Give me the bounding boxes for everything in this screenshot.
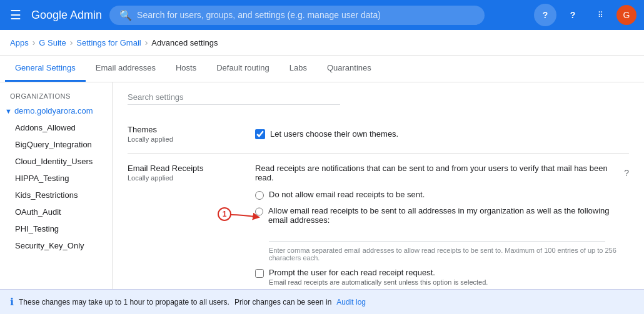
sidebar-item-oauth[interactable]: OAuth_Audit <box>0 204 112 220</box>
email-hint: Enter comma separated email addresses to… <box>269 247 629 262</box>
themes-content: Let users choose their own themes. <box>255 125 629 143</box>
bottom-bar: ℹ These changes may take up to 1 hour to… <box>0 289 644 314</box>
sidebar-root-item[interactable]: ▼ demo.goldyarora.com <box>0 102 112 119</box>
sidebar-item-kids[interactable]: Kids_Restrictions <box>0 187 112 204</box>
receipts-label-col: Email Read Receipts Locally applied <box>128 164 240 289</box>
sidebar-item-hippa[interactable]: HIPPA_Testing <box>0 170 112 187</box>
themes-checkbox-wrap: Let users choose their own themes. <box>255 129 398 139</box>
sidebar-section-label: ORGANIZATIONS <box>0 87 112 102</box>
apps-grid-icon-btn[interactable]: ⠿ <box>589 4 611 26</box>
breadcrumb-sep-1: › <box>33 37 36 47</box>
tab-general-settings[interactable]: General Settings <box>5 56 86 82</box>
receipt-label-2: Allow email read receipts to be sent to … <box>268 206 629 225</box>
sidebar-item-addons[interactable]: Addons_Allowed <box>0 119 112 136</box>
info-icon: ℹ <box>10 296 14 308</box>
email-read-receipts-row: Email Read Receipts Locally applied Read… <box>128 154 629 289</box>
tabs-bar: General Settings Email addresses Hosts D… <box>0 56 644 82</box>
breadcrumb-current: Advanced settings <box>151 38 218 47</box>
nav-logo: Google Admin <box>31 9 102 22</box>
sidebar-item-bigquery[interactable]: BigQuery_Integration <box>0 136 112 153</box>
collapse-icon: ▼ <box>5 107 12 115</box>
tab-labs[interactable]: Labs <box>279 56 317 82</box>
tab-default-routing[interactable]: Default routing <box>206 56 279 82</box>
sidebar-item-security-key[interactable]: Security_Key_Only <box>0 237 112 254</box>
nav-right: ? ? ⠿ G <box>534 4 636 26</box>
receipt-option-3: Prompt the user for each read receipt re… <box>255 268 629 286</box>
tab-hosts[interactable]: Hosts <box>166 56 206 82</box>
support-icon-btn[interactable]: ? <box>534 4 556 26</box>
breadcrumb-gsuite[interactable]: G Suite <box>39 38 66 47</box>
email-addresses-input[interactable] <box>269 227 605 242</box>
receipts-content: Read receipts are notifications that can… <box>255 164 629 289</box>
search-input[interactable] <box>137 10 475 20</box>
annotation-circle-1: 1 <box>218 207 231 221</box>
breadcrumb-gmail[interactable]: Settings for Gmail <box>76 38 141 47</box>
tab-quarantines[interactable]: Quarantines <box>317 56 381 82</box>
top-nav: ☰ Google Admin 🔍 ? ? ⠿ G <box>0 0 644 30</box>
sidebar-root-label: demo.goldyarora.com <box>14 106 93 115</box>
search-bar: 🔍 <box>109 6 485 25</box>
receipt-sublabel-3: Email read receipts are automatically se… <box>269 278 488 286</box>
receipt-label-3: Prompt the user for each read receipt re… <box>269 268 488 277</box>
avatar[interactable]: G <box>616 5 636 25</box>
breadcrumb-sep-3: › <box>145 37 148 47</box>
receipts-description: Read receipts are notifications that can… <box>255 164 620 182</box>
sidebar-item-phi[interactable]: PHI_Testing <box>0 220 112 237</box>
breadcrumb-apps[interactable]: Apps <box>10 38 29 47</box>
sidebar-item-cloud-identity[interactable]: Cloud_Identity_Users <box>0 153 112 170</box>
receipt-label-1: Do not allow email read receipts to be s… <box>269 190 425 199</box>
search-icon: 🔍 <box>119 9 132 21</box>
receipt-option-1: Do not allow email read receipts to be s… <box>255 190 629 200</box>
sidebar: ORGANIZATIONS ▼ demo.goldyarora.com Addo… <box>0 82 113 289</box>
themes-label-col: Themes Locally applied <box>128 125 240 143</box>
themes-checkbox-label: Let users choose their own themes. <box>270 129 398 139</box>
receipts-help-icon[interactable]: ? <box>624 168 629 178</box>
main-layout: ORGANIZATIONS ▼ demo.goldyarora.com Addo… <box>0 82 644 289</box>
breadcrumb-sep-2: › <box>70 37 73 47</box>
breadcrumb: Apps › G Suite › Settings for Gmail › Ad… <box>0 30 644 56</box>
themes-setting-row: Themes Locally applied Let users choose … <box>128 115 629 154</box>
themes-label: Themes <box>128 125 240 134</box>
themes-sublabel: Locally applied <box>128 135 240 143</box>
bottom-bar-link-prefix: Prior changes can be seen in <box>234 298 331 307</box>
receipts-label: Email Read Receipts <box>128 164 240 173</box>
receipts-sublabel: Locally applied <box>128 174 240 182</box>
logo-text: Google Admin <box>31 9 102 22</box>
receipt-radio-1[interactable] <box>255 191 264 200</box>
help-icon-btn[interactable]: ? <box>561 4 584 26</box>
menu-icon[interactable]: ☰ <box>8 5 24 25</box>
tab-email-addresses[interactable]: Email addresses <box>86 56 166 82</box>
audit-log-link[interactable]: Audit log <box>336 298 366 307</box>
annotation-arrow-1 <box>231 210 263 225</box>
receipt-checkbox-3[interactable] <box>255 269 264 278</box>
bottom-bar-text: These changes may take up to 1 hour to p… <box>19 298 229 307</box>
settings-search-input[interactable] <box>128 90 340 105</box>
themes-checkbox[interactable] <box>255 129 265 139</box>
content-area: Themes Locally applied Let users choose … <box>113 82 644 289</box>
